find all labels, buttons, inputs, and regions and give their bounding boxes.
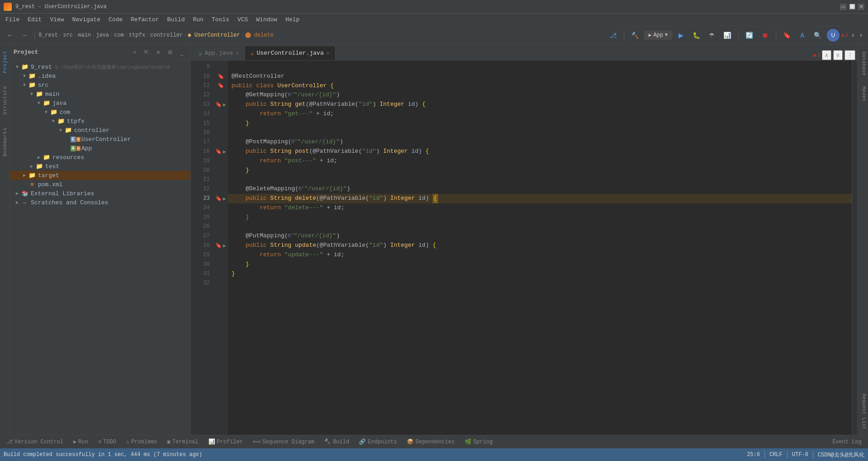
sidebar-actions: + ⇱ ✕ ⚙ _ (130, 47, 187, 57)
menu-window[interactable]: Window (253, 15, 281, 24)
editor-scrollbar[interactable] (852, 61, 857, 435)
encoding[interactable]: UTF-8 (792, 452, 808, 458)
tree-item-scratches[interactable]: ▶ ✏ Scratches and Consoles (10, 198, 190, 207)
breadcrumb-main[interactable]: main (78, 32, 91, 38)
tree-item-com[interactable]: ▼ 📁 com (10, 108, 190, 117)
terminal-label: Terminal (172, 439, 198, 445)
hide-panel-button[interactable]: _ (177, 47, 187, 57)
bookmarks-panel-tab[interactable]: Bookmarks (1, 121, 9, 163)
terminal-tab[interactable]: ▣ Terminal (163, 437, 203, 447)
tree-item-resources[interactable]: ▶ 📁 resources (10, 153, 190, 162)
search-button[interactable]: 🔍 (811, 29, 824, 42)
forward-button[interactable]: → (18, 29, 31, 42)
structure-panel-tab[interactable]: Structure (1, 80, 9, 121)
endpoints-tab[interactable]: 🔗 Endpoints (354, 437, 401, 447)
menu-edit[interactable]: Edit (24, 15, 45, 24)
run-tab[interactable]: ▶ Run (69, 437, 93, 447)
menu-navigate[interactable]: Navigate (69, 15, 104, 24)
tab-options-button[interactable]: ⋮ (844, 50, 855, 60)
tree-item-app[interactable]: A ⚙ App (10, 144, 190, 153)
tree-item-usercontroller[interactable]: C ⚙ UserController (10, 135, 190, 144)
bookmark-button[interactable]: 🔖 (781, 29, 793, 42)
sync-button[interactable]: 🔄 (743, 29, 756, 42)
hammer-button[interactable]: 🔨 (629, 29, 642, 42)
translate-button[interactable]: A (796, 29, 809, 42)
minimize-button[interactable]: — (840, 4, 846, 10)
maximize-button[interactable]: ⬜ (849, 4, 855, 10)
tree-item-test[interactable]: ▶ 📁 test (10, 162, 190, 171)
code-content[interactable]: @RestController public class UserControl… (228, 61, 852, 435)
menu-refactor[interactable]: Refactor (127, 15, 162, 24)
add-file-button[interactable]: + (130, 47, 140, 57)
run-button[interactable]: ▶ (675, 29, 688, 42)
back-button[interactable]: ← (4, 29, 16, 42)
version-control-tab[interactable]: ⎇ Version Control (2, 437, 68, 447)
tab-appjava[interactable]: ☕ App.java ✕ (193, 46, 245, 60)
coverage-button[interactable]: ☂ (706, 29, 718, 42)
prev-error-button[interactable]: ∧ (822, 50, 831, 60)
line-ending[interactable]: CRLF (769, 452, 783, 458)
breadcrumb-src[interactable]: src (63, 32, 73, 38)
error-badge[interactable]: ▲ 2 (813, 52, 820, 58)
maven-panel-tab[interactable]: Maven (858, 81, 868, 107)
database-panel-tab[interactable]: Database (858, 46, 868, 81)
project-panel-tab[interactable]: Project (1, 44, 9, 80)
tree-item-target[interactable]: ▶ 📁 target (10, 171, 190, 180)
menu-build[interactable]: Build (164, 15, 189, 24)
request-list-panel-tab[interactable]: Request List (858, 388, 868, 435)
breadcrumb-delete[interactable]: ⬤ delete (245, 32, 274, 38)
tree-item-9rest[interactable]: ▼ 📁 9_rest E:\hsp培训\分布式微服务\springboot\cs… (10, 62, 190, 71)
tab-close-usercontroller[interactable]: ✕ (326, 50, 330, 56)
error-nav-down[interactable]: ∨ (857, 32, 864, 39)
profiler-tab[interactable]: 📊 Profiler (204, 437, 248, 447)
error-nav-up[interactable]: ∧ (849, 32, 856, 39)
close-button[interactable]: ✕ (858, 4, 864, 10)
next-error-button[interactable]: ∨ (833, 50, 843, 60)
breadcrumb-usercontroller[interactable]: ◉ UserController (188, 32, 240, 38)
tree-item-src[interactable]: ▼ 📁 src (10, 80, 190, 89)
breadcrumb-project[interactable]: 9_rest (38, 32, 58, 38)
tree-item-ttpfx[interactable]: ▼ 📁 ttpfx (10, 117, 190, 126)
debug-button[interactable]: 🐛 (690, 29, 703, 42)
menu-view[interactable]: View (46, 15, 67, 24)
menu-vcs[interactable]: VCS (234, 15, 251, 24)
tree-item-controller[interactable]: ▼ 📁 controller (10, 126, 190, 135)
tab-close-app[interactable]: ✕ (236, 50, 239, 56)
build-tab[interactable]: 🔨 Build (320, 437, 354, 447)
tab-usercontrollerjava[interactable]: ☕ UserController.java ✕ (245, 46, 335, 60)
breadcrumb-java[interactable]: java (96, 32, 109, 38)
menu-code[interactable]: Code (105, 15, 126, 24)
sequence-diagram-tab[interactable]: ⟺ Sequence Diagram (248, 437, 319, 447)
tree-item-pom[interactable]: m pom.xml (10, 180, 190, 189)
cursor-position[interactable]: 25:6 (747, 452, 760, 458)
collapse-all-button[interactable]: ⇱ (142, 47, 151, 57)
spring-tab[interactable]: 🌿 Spring (460, 437, 497, 447)
gutter-15 (215, 119, 226, 128)
breadcrumb-ttpfx[interactable]: ttpfx (129, 32, 145, 38)
tree-item-java[interactable]: ▼ 📁 java (10, 99, 190, 108)
breadcrumb-com[interactable]: com (114, 32, 124, 38)
tree-item-external-libraries[interactable]: ▶ 📚 External Libraries (10, 189, 190, 198)
menu-help[interactable]: Help (282, 15, 303, 24)
user-avatar[interactable]: U (827, 29, 840, 42)
problems-tab[interactable]: ⚠ Problems (122, 437, 162, 447)
csdn-info[interactable]: CSDN@去头@先风化 (818, 451, 864, 459)
run-config-selector[interactable]: ▶ App ▼ (644, 31, 672, 40)
menu-tools[interactable]: Tools (208, 15, 233, 24)
tree-item-idea[interactable]: ▼ 📁 .idea (10, 71, 190, 80)
close-panel-button[interactable]: ✕ (153, 47, 163, 57)
git-button[interactable]: ⎇ (607, 29, 619, 42)
menu-run[interactable]: Run (189, 15, 207, 24)
build-status[interactable]: Build completed successfully in 1 sec, 4… (4, 452, 202, 458)
tree-item-main[interactable]: ▼ 📁 main (10, 89, 190, 99)
settings-button[interactable]: ⚙ (165, 47, 175, 57)
menu-file[interactable]: File (2, 15, 23, 24)
dependencies-tab[interactable]: 📦 Dependencies (402, 437, 459, 447)
stop-button[interactable]: ⏹ (759, 29, 771, 42)
profile-button[interactable]: 📊 (721, 29, 734, 42)
breadcrumb-controller[interactable]: controller (150, 32, 183, 38)
title-bar-controls[interactable]: — ⬜ ✕ (840, 4, 864, 10)
error-indicator[interactable]: ▲ 2 ∧ ∨ (841, 32, 864, 39)
event-log-tab[interactable]: Event Log (828, 437, 866, 447)
todo-tab[interactable]: ≡ TODO (94, 437, 121, 447)
